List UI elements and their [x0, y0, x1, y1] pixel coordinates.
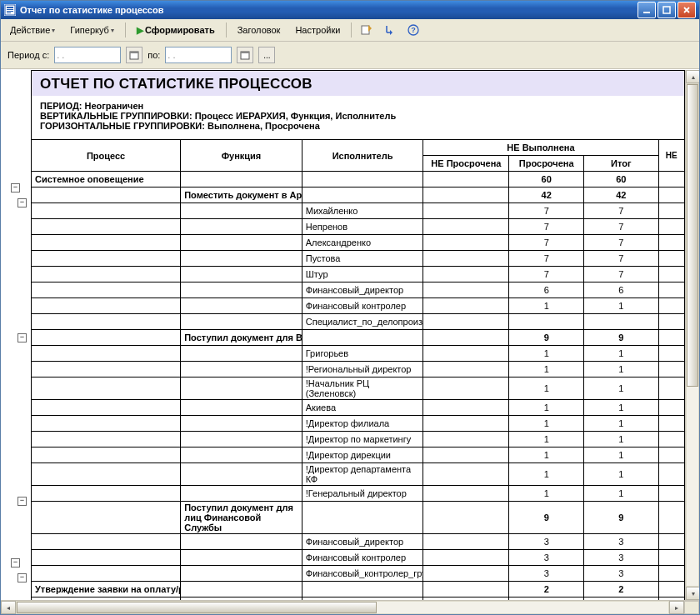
table-cell[interactable]: [181, 172, 302, 188]
table-cell[interactable]: [658, 448, 684, 463]
table-cell[interactable]: Непренов: [302, 219, 423, 235]
table-cell[interactable]: 9: [584, 502, 659, 534]
table-cell[interactable]: !Генеральный директор: [302, 486, 423, 502]
table-cell[interactable]: [181, 486, 302, 502]
table-cell[interactable]: [658, 378, 684, 400]
table-cell[interactable]: !Начальник РЦ (Зеленовск): [302, 378, 423, 400]
table-cell[interactable]: [423, 400, 509, 416]
table-cell[interactable]: !Директор филиала: [302, 416, 423, 432]
table-cell[interactable]: 60: [509, 172, 584, 188]
tool-icon-1[interactable]: [357, 21, 377, 39]
table-cell[interactable]: 7: [584, 203, 659, 219]
table-cell[interactable]: Пустова: [302, 251, 423, 267]
table-cell[interactable]: [423, 188, 509, 203]
table-cell[interactable]: [32, 378, 181, 400]
table-cell[interactable]: [658, 282, 684, 298]
table-row[interactable]: !Директор филиала11: [32, 416, 685, 432]
table-cell[interactable]: 3: [584, 534, 659, 550]
table-cell[interactable]: [423, 534, 509, 550]
table-cell[interactable]: [32, 400, 181, 416]
table-cell[interactable]: Финансовый_директор: [302, 534, 423, 550]
table-cell[interactable]: [658, 463, 684, 486]
table-cell[interactable]: Штур: [302, 267, 423, 282]
table-row[interactable]: !Региональный директор11: [32, 362, 685, 378]
table-cell[interactable]: [181, 298, 302, 314]
table-cell[interactable]: [32, 267, 181, 282]
table-cell[interactable]: 1: [584, 463, 659, 486]
table-cell[interactable]: [423, 416, 509, 432]
table-cell[interactable]: 3: [509, 534, 584, 550]
table-cell[interactable]: [658, 486, 684, 502]
table-cell[interactable]: [32, 251, 181, 267]
table-cell[interactable]: [181, 566, 302, 582]
col-executor[interactable]: Исполнитель: [302, 140, 423, 172]
table-cell[interactable]: [181, 550, 302, 566]
table-cell[interactable]: [32, 566, 181, 582]
table-row[interactable]: Штур77: [32, 267, 685, 282]
table-row[interactable]: Григорьев11: [32, 346, 685, 362]
table-cell[interactable]: 1: [509, 362, 584, 378]
table-cell[interactable]: [32, 448, 181, 463]
table-row[interactable]: Системное оповещение6060: [32, 172, 685, 188]
table-cell[interactable]: !Директор по маркетингу: [302, 432, 423, 448]
table-cell[interactable]: [658, 550, 684, 566]
table-cell[interactable]: [658, 502, 684, 534]
table-cell[interactable]: [423, 486, 509, 502]
table-row[interactable]: Поместить документ в Архив4242: [32, 188, 685, 203]
scroll-track[interactable]: [16, 601, 669, 614]
table-cell[interactable]: Финансовый контролер: [302, 550, 423, 566]
table-row[interactable]: Акиева11: [32, 400, 685, 416]
table-cell[interactable]: [32, 486, 181, 502]
table-cell[interactable]: [658, 251, 684, 267]
table-cell[interactable]: Михайленко: [302, 203, 423, 219]
table-cell[interactable]: [181, 378, 302, 400]
tree-toggle[interactable]: −: [18, 198, 27, 208]
table-cell[interactable]: [423, 251, 509, 267]
table-cell[interactable]: [32, 346, 181, 362]
table-cell[interactable]: 1: [509, 486, 584, 502]
table-cell[interactable]: [302, 330, 423, 346]
col-overdue[interactable]: Просрочена: [509, 156, 584, 172]
table-cell[interactable]: 6: [509, 282, 584, 298]
table-cell[interactable]: [181, 314, 302, 330]
scroll-right-button[interactable]: ▸: [669, 601, 684, 614]
table-cell[interactable]: [302, 188, 423, 203]
table-cell[interactable]: 1: [509, 378, 584, 400]
table-cell[interactable]: [32, 219, 181, 235]
table-row[interactable]: Финансовый_контролер_группы33: [32, 566, 685, 582]
col-process[interactable]: Процесс: [32, 140, 181, 172]
tree-toggle[interactable]: −: [11, 183, 20, 192]
table-cell[interactable]: [181, 448, 302, 463]
table-cell[interactable]: 9: [509, 330, 584, 346]
table-cell[interactable]: Григорьев: [302, 346, 423, 362]
generate-button[interactable]: ▶ Сформировать: [131, 22, 221, 38]
table-cell[interactable]: [32, 188, 181, 203]
table-cell[interactable]: [658, 188, 684, 203]
table-cell[interactable]: 42: [509, 188, 584, 203]
help-button[interactable]: ?: [403, 21, 423, 39]
table-cell[interactable]: Акиева: [302, 400, 423, 416]
table-cell[interactable]: [423, 550, 509, 566]
table-cell[interactable]: [658, 346, 684, 362]
table-cell[interactable]: 3: [584, 566, 659, 582]
table-cell[interactable]: Утверждение заявки на оплату/расход: [32, 582, 181, 598]
table-row[interactable]: Александренко77: [32, 235, 685, 251]
table-cell[interactable]: 9: [509, 502, 584, 534]
table-row[interactable]: Финансовый_директор33: [32, 534, 685, 550]
table-cell[interactable]: 7: [584, 235, 659, 251]
table-cell[interactable]: !Региональный директор: [302, 362, 423, 378]
table-cell[interactable]: [658, 314, 684, 330]
table-cell[interactable]: 42: [584, 188, 659, 203]
table-cell[interactable]: [658, 267, 684, 282]
table-row[interactable]: Михайленко77: [32, 203, 685, 219]
table-cell[interactable]: [423, 282, 509, 298]
table-cell[interactable]: 1: [584, 448, 659, 463]
table-cell[interactable]: 60: [584, 172, 659, 188]
table-cell[interactable]: [181, 463, 302, 486]
table-cell[interactable]: [32, 550, 181, 566]
horizontal-scrollbar[interactable]: ◂ ▸: [1, 600, 699, 614]
table-cell[interactable]: [32, 502, 181, 534]
table-cell[interactable]: [181, 432, 302, 448]
table-cell[interactable]: 7: [509, 251, 584, 267]
table-row[interactable]: !Директор дирекции11: [32, 448, 685, 463]
